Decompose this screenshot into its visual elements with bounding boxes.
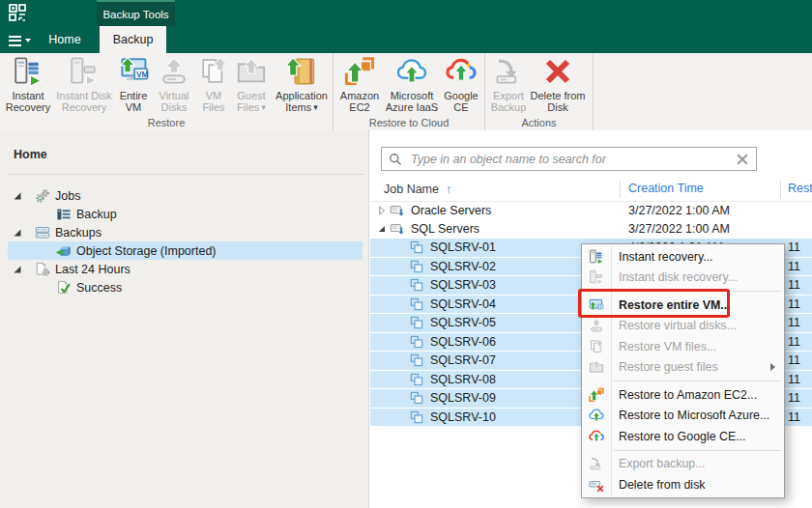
search-icon	[388, 152, 403, 167]
expander-expanded-icon[interactable]	[375, 222, 389, 236]
ribbon-button-label-text: Google CE	[444, 90, 478, 113]
table-row-oracle-servers[interactable]: Oracle Servers3/27/2022 1:00 AM	[370, 201, 812, 220]
row-name: SQLSRV-04	[430, 297, 496, 311]
amazon-ec2-icon	[344, 56, 375, 87]
backup-job-icon	[56, 207, 72, 222]
ribbon-button-instant-recovery[interactable]: Instant Recovery	[2, 56, 54, 113]
column-header-creation-time[interactable]: Creation Time	[628, 182, 704, 195]
instant-recovery-icon	[589, 249, 604, 265]
tab-backup[interactable]: Backup	[100, 26, 166, 53]
ribbon-button-export-backup[interactable]: Export Backup	[487, 56, 530, 113]
sidebar-item-object-storage-imported[interactable]: Object Storage (Imported)	[8, 241, 362, 260]
row-name: SQLSRV-10	[430, 410, 496, 424]
ribbon-button-amazon-ec2[interactable]: Amazon EC2	[335, 56, 384, 113]
menu-item-label: Delete from disk	[619, 478, 706, 492]
sidebar-item-label: Backup	[76, 208, 117, 221]
dropdown-caret-icon	[311, 101, 318, 113]
ribbon-button-label-text: Entire VM	[120, 90, 148, 113]
sidebar-item-success[interactable]: Success	[8, 278, 362, 296]
table-row-sql-servers[interactable]: SQL Servers3/27/2022 1:00 AM	[370, 220, 812, 240]
ribbon-group-label: Restore	[0, 117, 333, 128]
veeam-console-window: Backup Tools Home Backup Instant Recover…	[0, 0, 812, 508]
ribbon-button-guest-files[interactable]: Guest Files	[232, 56, 271, 114]
contextual-tab-label: Backup Tools	[102, 9, 168, 20]
menu-item-restore-to-microsoft-azure[interactable]: Restore to Microsoft Azure...	[582, 406, 784, 427]
menu-item-export-backup[interactable]: Export backup...	[582, 454, 784, 475]
column-header-job-name[interactable]: Job Name	[384, 182, 451, 196]
menu-item-label: Restore to Microsoft Azure...	[619, 409, 769, 422]
export-backup-icon	[589, 456, 604, 471]
submenu-arrow-icon	[770, 363, 775, 371]
row-name: SQLSRV-06	[430, 335, 496, 349]
sidebar-item-label: Last 24 Hours	[55, 263, 130, 276]
sidebar-item-backup[interactable]: Backup	[8, 205, 362, 223]
row-name: SQLSRV-02	[430, 260, 496, 273]
ribbon-button-application-items[interactable]: Application Items	[271, 56, 333, 114]
ribbon-button-entire-vm[interactable]: VMEntire VM	[114, 56, 153, 113]
menu-item-restore-to-amazon-ec2[interactable]: Restore to Amazon EC2...	[582, 384, 784, 406]
tab-home[interactable]: Home	[35, 26, 95, 53]
dropdown-caret-icon	[259, 101, 266, 113]
sidebar-item-label: Success	[76, 281, 122, 295]
svg-text:VM: VM	[136, 70, 149, 79]
ribbon-group-label: Restore to Cloud	[334, 117, 484, 128]
menu-separator	[614, 450, 781, 451]
menu-item-restore-virtual-disks[interactable]: Restore virtual disks...	[582, 316, 784, 337]
ribbon-button-label: VM Files	[195, 90, 232, 113]
menu-item-restore-guest-files[interactable]: Restore guest files	[582, 357, 784, 379]
ribbon-group-actions: Export BackupDelete from DiskActions	[485, 53, 594, 130]
expander-collapsed-icon[interactable]	[375, 204, 389, 217]
expander-expanded-icon[interactable]	[10, 188, 25, 204]
ribbon-button-label-text: Amazon EC2	[340, 90, 379, 113]
sidebar-item-jobs[interactable]: Jobs	[8, 186, 362, 205]
ribbon-button-label: Amazon EC2	[335, 90, 384, 113]
clear-search-icon[interactable]	[735, 152, 750, 167]
export-backup-icon	[493, 56, 524, 87]
guest-files-icon	[236, 56, 267, 87]
application-items-icon	[286, 56, 317, 87]
success-icon	[56, 280, 72, 296]
ribbon-button-label-text: VM Files	[202, 90, 224, 113]
table-header: Job Name Creation Time Restore Points	[370, 179, 812, 202]
ribbon-button-virtual-disks[interactable]: Virtual Disks	[153, 56, 195, 113]
ribbon-button-label: Virtual Disks	[153, 90, 195, 113]
vm-icon	[409, 277, 424, 293]
menu-item-instant-recovery[interactable]: Instant recovery...	[582, 246, 784, 268]
menu-item-restore-vm-files[interactable]: Restore VM files...	[582, 336, 784, 357]
sidebar-item-last-24-hours[interactable]: Last 24 Hours	[8, 260, 362, 278]
menu-item-label: Restore VM files...	[619, 340, 716, 353]
ribbon: Instant RecoveryInstant Disk RecoveryVME…	[0, 53, 812, 131]
entire-vm-icon: VM	[118, 56, 149, 87]
expander-expanded-icon[interactable]	[10, 262, 25, 277]
main-menu-button[interactable]	[9, 33, 31, 48]
menu-item-instant-disk-recovery[interactable]: Instant disk recovery...	[582, 268, 784, 289]
expander-expanded-icon[interactable]	[10, 225, 25, 240]
menu-item-label: Restore guest files	[619, 360, 718, 374]
instant-recovery-icon	[13, 56, 44, 87]
ribbon-button-microsoft-azure-iaas[interactable]: Microsoft Azure IaaS	[384, 56, 440, 113]
microsoft-azure-icon	[589, 408, 604, 423]
vm-icon	[409, 240, 424, 255]
row-restore-points: 11	[788, 391, 800, 405]
column-header-restore-points[interactable]: Restore Points	[788, 182, 812, 195]
menu-item-label: Restore to Google CE...	[619, 430, 746, 443]
menu-item-delete-from-disk[interactable]: Delete from disk	[582, 474, 784, 495]
title-bar: Backup Tools	[0, 0, 812, 26]
sidebar-item-backups[interactable]: Backups	[8, 223, 362, 241]
vm-icon	[409, 372, 424, 387]
ribbon-tab-row: Home Backup	[0, 26, 812, 53]
ribbon-button-vm-files[interactable]: VM Files	[195, 56, 232, 113]
search-input[interactable]	[409, 152, 735, 167]
ribbon-group-label: Actions	[485, 117, 593, 128]
ribbon-button-label: Application Items	[271, 90, 333, 114]
contextual-tab-backup-tools[interactable]: Backup Tools	[97, 0, 175, 26]
veeam-logo-icon	[8, 3, 27, 22]
microsoft-azure-icon	[396, 56, 427, 87]
ribbon-button-instant-disk-recovery[interactable]: Instant Disk Recovery	[54, 56, 114, 113]
menu-item-label: Instant recovery...	[619, 250, 713, 264]
row-restore-points: 11	[788, 260, 800, 273]
menu-item-restore-to-google-ce[interactable]: Restore to Google CE...	[582, 426, 784, 447]
row-restore-points: 11	[788, 240, 800, 254]
ribbon-button-delete-from-disk[interactable]: Delete from Disk	[530, 56, 586, 113]
ribbon-button-google-ce[interactable]: Google CE	[440, 56, 482, 113]
